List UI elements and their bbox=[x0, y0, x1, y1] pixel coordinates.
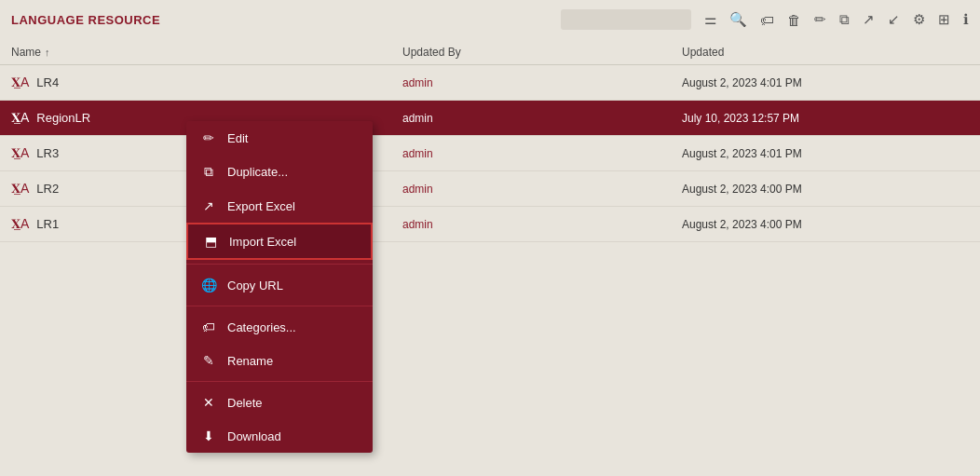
language-resource-icon: 𝐗̲A bbox=[11, 181, 29, 197]
menu-item-label: Delete bbox=[227, 396, 263, 410]
menu-item-duplicate[interactable]: ⧉ Duplicate... bbox=[186, 155, 373, 189]
categories-icon: 🏷 bbox=[201, 320, 216, 334]
cell-updated-by: admin bbox=[402, 147, 682, 160]
menu-item-rename[interactable]: ✎ Rename bbox=[186, 344, 373, 377]
header: LANGUAGE RESOURCE ⚌ 🔍 🏷 🗑 ✏ ⧉ ↗ ↙ ⚙ ⊞ ℹ bbox=[0, 0, 980, 39]
menu-item-import-excel[interactable]: ⬒ Import Excel bbox=[186, 223, 373, 260]
language-resource-icon: 𝐗̲A bbox=[11, 110, 29, 126]
row-name: LR4 bbox=[36, 75, 59, 89]
cell-updated-by: admin bbox=[402, 218, 682, 231]
filter-icon[interactable]: ⚌ bbox=[704, 11, 716, 28]
copy-icon[interactable]: ⧉ bbox=[839, 11, 850, 28]
menu-item-label: Download bbox=[227, 429, 281, 443]
menu-divider-3 bbox=[186, 381, 373, 382]
menu-item-edit[interactable]: ✏ Edit bbox=[186, 121, 373, 155]
menu-item-delete[interactable]: ✕ Delete bbox=[186, 386, 373, 419]
menu-item-label: Duplicate... bbox=[227, 165, 288, 179]
table-row[interactable]: 𝐗̲A LR2 admin August 2, 2023 4:00 PM bbox=[0, 171, 980, 207]
info-icon[interactable]: ℹ bbox=[963, 11, 969, 28]
col-updated-by-label: Updated By bbox=[402, 46, 461, 59]
table-row[interactable]: 𝐗̲A RegionLR admin July 10, 2023 12:57 P… bbox=[0, 101, 980, 136]
sort-arrow: ↑ bbox=[45, 47, 50, 58]
context-menu: ✏ Edit ⧉ Duplicate... ↗ Export Excel ⬒ I… bbox=[186, 121, 373, 453]
col-name-label: Name bbox=[11, 46, 41, 59]
cell-updated: August 2, 2023 4:01 PM bbox=[682, 147, 969, 160]
row-name: LR3 bbox=[36, 146, 59, 160]
menu-item-label: Categories... bbox=[227, 320, 296, 334]
menu-item-export-excel[interactable]: ↗ Export Excel bbox=[186, 189, 373, 223]
col-header-updated-by[interactable]: Updated By bbox=[402, 45, 682, 59]
menu-item-download[interactable]: ⬇ Download bbox=[186, 419, 373, 453]
cell-updated-by: admin bbox=[402, 76, 682, 89]
cell-name: 𝐗̲A LR4 bbox=[11, 75, 402, 90]
row-name: LR1 bbox=[36, 217, 59, 231]
cell-updated: August 2, 2023 4:00 PM bbox=[682, 218, 969, 231]
menu-item-label: Export Excel bbox=[227, 199, 295, 213]
import-excel-icon: ⬒ bbox=[203, 234, 218, 249]
export-icon[interactable]: ↗ bbox=[863, 11, 875, 28]
row-name: RegionLR bbox=[36, 111, 90, 125]
cell-updated-by: admin bbox=[402, 112, 682, 125]
download-icon: ⬇ bbox=[201, 428, 216, 443]
language-resource-icon: 𝐗̲A bbox=[11, 216, 29, 232]
grid-icon[interactable]: ⊞ bbox=[938, 11, 950, 28]
copy-url-icon: 🌐 bbox=[201, 278, 216, 292]
rename-icon: ✎ bbox=[201, 353, 216, 368]
menu-item-label: Copy URL bbox=[227, 279, 283, 292]
import-icon[interactable]: ↙ bbox=[888, 11, 900, 28]
col-header-name[interactable]: Name ↑ bbox=[11, 46, 402, 59]
col-header-updated[interactable]: Updated bbox=[682, 45, 969, 59]
row-name: LR2 bbox=[36, 182, 59, 196]
edit-icon[interactable]: ✏ bbox=[814, 11, 826, 28]
settings-icon[interactable]: ⚙ bbox=[913, 11, 925, 28]
table-body: 𝐗̲A LR4 admin August 2, 2023 4:01 PM 𝐗̲A… bbox=[0, 65, 980, 242]
cell-updated: August 2, 2023 4:00 PM bbox=[682, 183, 969, 196]
menu-divider-2 bbox=[186, 306, 373, 306]
delete-icon: ✕ bbox=[201, 395, 216, 410]
export-excel-icon: ↗ bbox=[201, 198, 216, 213]
table-header: Name ↑ Updated By Updated bbox=[0, 39, 980, 65]
cell-updated: August 2, 2023 4:01 PM bbox=[682, 76, 969, 89]
menu-item-label: Rename bbox=[227, 354, 273, 368]
menu-item-label: Edit bbox=[227, 131, 248, 145]
table-row[interactable]: 𝐗̲A LR4 admin August 2, 2023 4:01 PM bbox=[0, 65, 980, 101]
duplicate-icon: ⧉ bbox=[201, 164, 216, 180]
menu-divider-1 bbox=[186, 264, 373, 265]
language-resource-icon: 𝐗̲A bbox=[11, 75, 29, 90]
toolbar-icons: ⚌ 🔍 🏷 🗑 ✏ ⧉ ↗ ↙ ⚙ ⊞ ℹ bbox=[561, 9, 969, 30]
cell-updated: July 10, 2023 12:57 PM bbox=[682, 112, 969, 125]
menu-item-copy-url[interactable]: 🌐 Copy URL bbox=[186, 268, 373, 302]
edit-icon: ✏ bbox=[201, 130, 216, 145]
tag-icon[interactable]: 🏷 bbox=[760, 12, 774, 28]
cell-updated-by: admin bbox=[402, 183, 682, 196]
col-updated-label: Updated bbox=[682, 46, 724, 59]
language-resource-icon: 𝐗̲A bbox=[11, 145, 29, 161]
search-input[interactable] bbox=[561, 9, 691, 30]
trash-icon[interactable]: 🗑 bbox=[787, 12, 801, 28]
menu-item-categories[interactable]: 🏷 Categories... bbox=[186, 310, 373, 344]
search-icon[interactable]: 🔍 bbox=[729, 11, 747, 28]
table-row[interactable]: 𝐗̲A LR1 admin August 2, 2023 4:00 PM bbox=[0, 207, 980, 242]
table-row[interactable]: 𝐗̲A LR3 admin August 2, 2023 4:01 PM bbox=[0, 136, 980, 171]
menu-item-label: Import Excel bbox=[229, 235, 296, 249]
app-title: LANGUAGE RESOURCE bbox=[11, 13, 160, 27]
